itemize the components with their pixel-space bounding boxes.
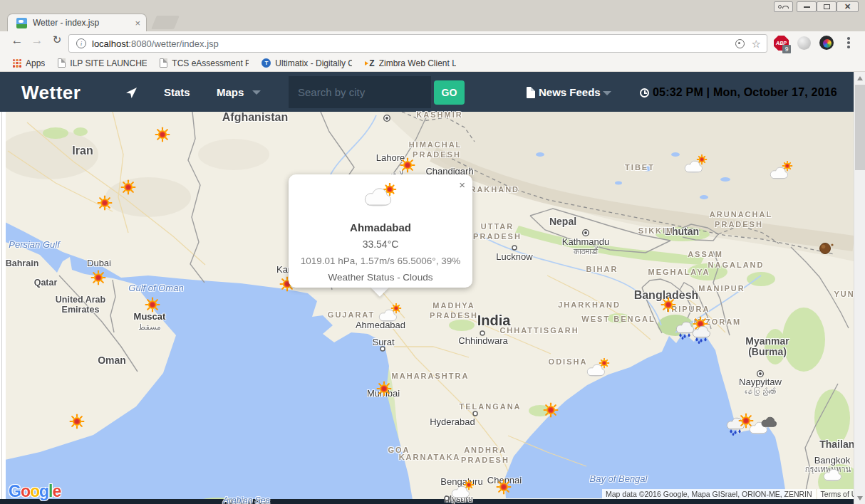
map-label: Kathmandu xyxy=(562,236,610,247)
capdot-marker xyxy=(383,114,391,122)
sun-marker[interactable] xyxy=(497,480,512,495)
google-logo-letter: e xyxy=(52,482,61,500)
chrome-menu-icon[interactable] xyxy=(847,37,850,50)
sun-marker[interactable] xyxy=(121,180,136,195)
cloudsun-marker[interactable] xyxy=(376,303,402,322)
search-input[interactable] xyxy=(289,76,431,108)
map-label: काठमाडौं xyxy=(574,247,598,256)
map-label: TIBET xyxy=(625,163,655,172)
browser-tab[interactable]: Wetter - index.jsp × xyxy=(7,14,147,31)
capdot-marker xyxy=(581,229,590,237)
map-label: Iran xyxy=(72,145,93,157)
map-label: TELANGANA xyxy=(459,402,521,411)
scrollbar-thumb[interactable] xyxy=(855,85,865,170)
rain-marker[interactable] xyxy=(690,325,712,345)
go-button[interactable]: GO xyxy=(434,80,465,105)
infowindow-status: Weather Status - Clouds xyxy=(289,272,472,283)
map-attribution: Map data ©2016 Google, Mapa GISrael, ORI… xyxy=(602,489,865,499)
zimbra-icon: Z xyxy=(365,58,374,68)
news-caret-icon[interactable] xyxy=(603,91,611,95)
sun-marker[interactable] xyxy=(70,414,85,429)
map-label: ANDHRA xyxy=(464,446,507,454)
app-brand[interactable]: Wetter xyxy=(21,82,81,104)
map-label: ASSAM xyxy=(688,250,723,258)
cloudsun-marker[interactable] xyxy=(449,480,475,498)
bookmark-tcs[interactable]: TCS eAssessment Por xyxy=(160,58,249,68)
forward-button[interactable]: → xyxy=(29,33,46,48)
extension-icon[interactable] xyxy=(797,36,811,50)
capdot-marker xyxy=(756,369,765,378)
back-button[interactable]: ← xyxy=(9,33,26,48)
map-label: Dubai xyxy=(87,258,111,268)
colorwheel-extension-icon[interactable] xyxy=(819,36,834,50)
brown-marker[interactable] xyxy=(819,242,834,255)
infowindow-close-icon[interactable]: × xyxy=(459,180,465,190)
sun-marker[interactable] xyxy=(544,403,559,418)
bookmark-ultimatix[interactable]: TUltimatix - Digitally Co xyxy=(261,58,352,68)
sun-marker[interactable] xyxy=(91,271,106,285)
infowindow-details: 1019.01 hPa, 1.57m/s 65.5006°, 39% xyxy=(289,256,472,266)
page-info-icon[interactable]: i xyxy=(76,38,86,48)
sun-marker[interactable] xyxy=(155,127,170,142)
tab-close-icon[interactable]: × xyxy=(135,18,140,28)
maximize-button[interactable] xyxy=(817,1,836,12)
bookmark-zimbra[interactable]: ZZimbra Web Client Lo xyxy=(365,58,455,68)
minimize-button[interactable] xyxy=(797,1,817,12)
maps-caret-icon[interactable] xyxy=(252,90,261,95)
page-icon xyxy=(58,58,66,68)
scrollbar-up-icon[interactable] xyxy=(857,76,863,80)
map-label: PRADESH xyxy=(461,456,509,464)
map-label: Muscat xyxy=(134,311,166,322)
google-logo-letter: o xyxy=(21,482,30,500)
sun-marker[interactable] xyxy=(661,298,676,313)
map-label: HIMACHAL xyxy=(409,140,462,149)
bookmark-star-icon[interactable]: ☆ xyxy=(752,38,761,49)
nav-stats[interactable]: Stats xyxy=(164,86,190,98)
reload-button[interactable]: ↻ xyxy=(48,33,66,46)
citydot-marker xyxy=(444,495,450,502)
map-label: ODISHA xyxy=(549,357,588,366)
bookmark-ilp[interactable]: ILP SITE LAUNCHER xyxy=(58,58,147,68)
map-label: PRADESH xyxy=(715,220,763,229)
cloudsun-marker[interactable] xyxy=(682,154,708,173)
map-label: MANIPUR xyxy=(698,284,745,293)
tata-icon: T xyxy=(261,58,271,68)
google-logo[interactable]: Google xyxy=(9,482,61,501)
address-bar[interactable]: i localhost:8080/wetter/index.jsp ☆ xyxy=(68,34,767,53)
url-text[interactable]: localhost:8080/wetter/index.jsp xyxy=(92,38,219,49)
cloud-marker[interactable] xyxy=(822,467,843,481)
map-label: PRADESH xyxy=(473,232,522,241)
cloudsun-marker[interactable] xyxy=(767,161,793,179)
sun-marker[interactable] xyxy=(400,158,415,173)
map-label: Emirates xyxy=(62,305,100,315)
map-label: MEGHALAYA xyxy=(648,268,710,276)
map-label: PRADESH xyxy=(413,150,461,159)
map-label: Gulf of Oman xyxy=(128,283,183,293)
map-label: Arabian Sea xyxy=(223,495,270,504)
map-label: နေပြည်တော် xyxy=(745,387,776,396)
weather-infowindow: × Ahmadabad 33.54°C 1019.01 hPa, 1.57m/s… xyxy=(289,174,472,288)
map-label: Persian Gulf xyxy=(9,239,60,250)
page-scrollbar[interactable] xyxy=(854,72,865,504)
profile-icon[interactable] xyxy=(774,1,793,12)
darkcloud-marker[interactable] xyxy=(760,416,778,428)
citydot-marker xyxy=(480,330,486,337)
map-label: GOA xyxy=(388,446,410,454)
news-feed-icon[interactable] xyxy=(527,87,535,98)
page-action-icon[interactable] xyxy=(735,39,745,48)
bookmark-apps[interactable]: Apps xyxy=(13,58,45,68)
locate-arrow-icon[interactable] xyxy=(125,87,138,102)
cloudsun-marker[interactable] xyxy=(584,358,610,377)
close-window-button[interactable]: ✕ xyxy=(836,1,859,12)
citydot-marker xyxy=(512,245,518,251)
sun-marker[interactable] xyxy=(377,382,392,397)
scrollbar-down-icon[interactable] xyxy=(857,496,863,500)
sun-marker[interactable] xyxy=(98,196,113,211)
nav-maps[interactable]: Maps xyxy=(217,86,244,98)
person-icon xyxy=(778,5,782,9)
new-tab-button[interactable] xyxy=(151,16,180,29)
map-label: Hyderabad xyxy=(430,416,475,427)
nav-news-feeds[interactable]: News Feeds xyxy=(539,86,601,98)
sun-marker[interactable] xyxy=(145,298,160,313)
site-favicon-icon xyxy=(16,18,27,28)
